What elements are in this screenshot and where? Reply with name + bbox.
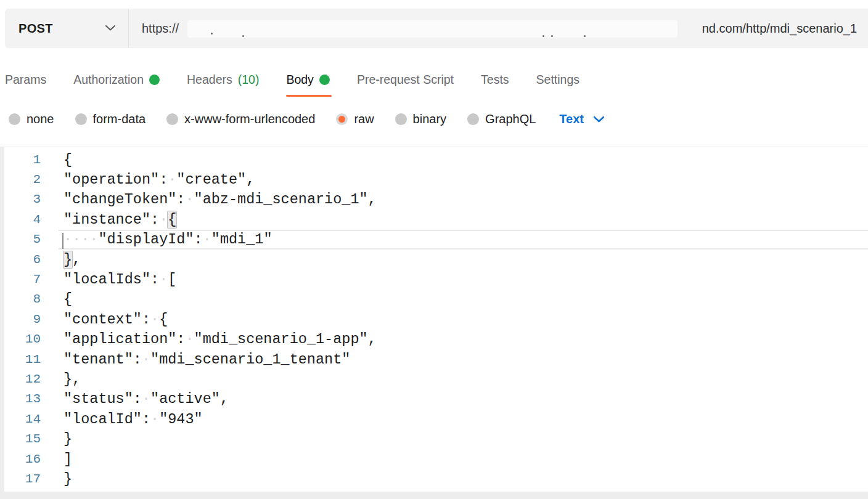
redaction-artifact	[584, 35, 586, 37]
tab-pre-request-script[interactable]: Pre-request Script	[357, 65, 454, 94]
code-line[interactable]: 5····"displayId":·"mdi_1"	[0, 230, 868, 250]
body-editor[interactable]: 1{2"operation":·"create",3"changeToken":…	[0, 147, 868, 499]
code-line[interactable]: 4"instance":·{	[0, 209, 868, 229]
radio-icon	[9, 113, 20, 125]
code-line-text[interactable]: }	[59, 469, 868, 489]
tab-headers[interactable]: Headers(10)	[187, 65, 259, 94]
code-line-text[interactable]: }	[59, 429, 868, 448]
code-line[interactable]: 8{	[0, 290, 868, 309]
code-line[interactable]: 16]	[0, 449, 868, 469]
tab-tests[interactable]: Tests	[481, 65, 509, 94]
body-type-form-data[interactable]: form-data	[75, 112, 146, 126]
code-line-text[interactable]: "localId":·"943"	[59, 409, 868, 429]
tab-params[interactable]: Params	[5, 65, 46, 94]
code-line-text[interactable]: "tenant":·"mdi_scenario_1_tenant"	[59, 349, 868, 369]
body-type-raw[interactable]: raw	[336, 112, 374, 126]
request-url-bar: POST https:// nd.com/http/mdi_scenario_1	[5, 9, 868, 48]
line-number: 1	[0, 153, 59, 167]
body-type-label: x-www-form-urlencoded	[184, 112, 315, 126]
bracket-match-highlight: }	[63, 251, 72, 268]
scrollbar-track[interactable]	[0, 492, 868, 499]
text-cursor	[62, 233, 63, 249]
body-type-x-www-form-urlencoded[interactable]: x-www-form-urlencoded	[166, 112, 315, 126]
status-dot-icon	[319, 75, 330, 85]
tab-label: Settings	[536, 73, 579, 87]
code-line[interactable]: 2"operation":·"create",	[0, 169, 868, 189]
raw-format-label: Text	[559, 112, 584, 126]
code-line[interactable]: 11"tenant":·"mdi_scenario_1_tenant"	[0, 349, 868, 369]
code-area[interactable]: 1{2"operation":·"create",3"changeToken":…	[0, 150, 868, 489]
code-line-text[interactable]: "changeToken":·"abz-mdi_scenario_1",	[59, 190, 868, 209]
tab-label: Tests	[481, 73, 509, 87]
line-number: 13	[0, 392, 59, 406]
code-line[interactable]: 6},	[0, 250, 868, 269]
code-line-text[interactable]: {	[59, 290, 868, 309]
method-label: POST	[18, 22, 53, 36]
body-type-label: none	[27, 112, 54, 126]
chevron-down-icon	[105, 23, 116, 34]
tab-settings[interactable]: Settings	[536, 65, 579, 94]
active-tab-underline	[286, 95, 332, 97]
bracket-match-highlight: {	[168, 211, 176, 228]
code-line-text[interactable]: "localIds":·[	[59, 269, 868, 289]
line-number: 7	[0, 272, 59, 286]
code-line-text[interactable]: },	[59, 250, 868, 269]
line-number: 11	[0, 352, 59, 367]
radio-icon	[166, 113, 178, 125]
tab-label: Pre-request Script	[357, 73, 454, 87]
request-tabs: ParamsAuthorizationHeaders(10)BodyPre-re…	[5, 65, 579, 94]
code-line[interactable]: 17}	[0, 469, 868, 489]
code-line[interactable]: 14"localId":·"943"	[0, 409, 868, 429]
body-type-binary[interactable]: binary	[395, 112, 446, 126]
line-number: 17	[0, 472, 59, 486]
body-type-label: GraphQL	[485, 112, 536, 126]
code-line-text[interactable]: "operation":·"create",	[59, 169, 868, 189]
redaction-artifact	[551, 35, 553, 37]
raw-format-selector[interactable]: Text	[559, 112, 605, 126]
url-prefix-text: https://	[142, 22, 179, 36]
line-number: 4	[0, 213, 59, 227]
body-type-label: raw	[354, 112, 374, 126]
code-line[interactable]: 13"status":·"active",	[0, 389, 868, 409]
redaction-artifact	[211, 33, 213, 34]
chevron-down-icon	[593, 112, 605, 126]
status-dot-icon	[149, 75, 160, 85]
line-number: 3	[0, 192, 59, 206]
body-type-none[interactable]: none	[9, 112, 54, 126]
request-view: POST https:// nd.com/http/mdi_scenario_1…	[0, 0, 868, 499]
line-number: 14	[0, 412, 59, 426]
code-line-text[interactable]: ····"displayId":·"mdi_1"	[59, 230, 868, 250]
code-line[interactable]: 15}	[0, 429, 868, 448]
code-line-text[interactable]: "context":·{	[59, 309, 868, 329]
radio-icon	[467, 113, 479, 125]
code-line-text[interactable]: ]	[59, 449, 868, 469]
radio-icon	[336, 113, 348, 125]
code-line[interactable]: 10"application":·"mdi_scenario_1-app",	[0, 330, 868, 349]
tab-body[interactable]: Body	[286, 65, 329, 94]
body-type-options: noneform-datax-www-form-urlencodedrawbin…	[9, 103, 605, 134]
headers-count-badge: (10)	[238, 73, 260, 87]
code-line-text[interactable]: "status":·"active",	[59, 389, 868, 409]
code-line[interactable]: 3"changeToken":·"abz-mdi_scenario_1",	[0, 190, 868, 209]
body-type-graphql[interactable]: GraphQL	[467, 112, 536, 126]
code-line-text[interactable]: },	[59, 369, 868, 389]
code-line[interactable]: 9"context":·{	[0, 309, 868, 329]
code-line[interactable]: 1{	[0, 150, 868, 169]
redaction-artifact	[242, 35, 244, 37]
line-number: 15	[0, 432, 59, 446]
code-line-text[interactable]: "application":·"mdi_scenario_1-app",	[59, 330, 868, 349]
radio-icon	[395, 113, 407, 125]
url-input[interactable]: https:// nd.com/http/mdi_scenario_1	[129, 9, 868, 48]
method-selector[interactable]: POST	[5, 9, 128, 48]
line-number: 5	[0, 232, 59, 246]
body-type-label: binary	[413, 112, 446, 126]
code-line-text[interactable]: "instance":·{	[59, 209, 868, 229]
tab-authorization[interactable]: Authorization	[73, 65, 160, 94]
line-number: 8	[0, 292, 59, 306]
code-line[interactable]: 7"localIds":·[	[0, 269, 868, 289]
tab-label: Authorization	[73, 73, 144, 87]
code-line[interactable]: 12},	[0, 369, 868, 389]
body-type-label: form-data	[93, 112, 146, 126]
code-line-text[interactable]: {	[59, 150, 868, 169]
line-number: 9	[0, 312, 59, 327]
